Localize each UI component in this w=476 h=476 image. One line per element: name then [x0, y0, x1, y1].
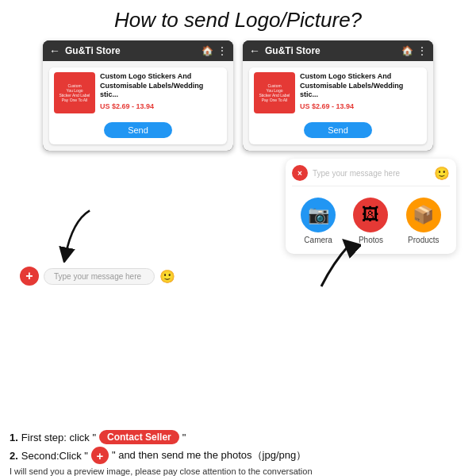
store-title-2: Gu&Ti Store — [265, 45, 397, 56]
step-2: 2. Second:Click " + " and then send me t… — [10, 447, 466, 464]
send-btn-area-2: Send — [249, 118, 427, 144]
steps-section: 1. First step: click " Contact Seller " … — [0, 430, 476, 476]
step-2-text-after: " and then send me the photos（jpg/png） — [112, 448, 306, 463]
emoji-icon-left: 🙂 — [159, 269, 175, 284]
product-info-2: Custom Logo Stickers And Customisable La… — [300, 72, 422, 113]
back-icon-1: ← — [49, 44, 60, 57]
home-icon-2: 🏠 — [401, 45, 413, 56]
step-2-num: 2. — [10, 450, 18, 462]
photos-circle[interactable]: 🖼 — [353, 198, 388, 232]
step-1-num: 1. — [10, 432, 18, 443]
photos-label: Photos — [359, 236, 383, 244]
send-button-1[interactable]: Send — [104, 122, 172, 138]
more-icon-1: ⋮ — [217, 45, 227, 56]
phones-row: ← Gu&Ti Store 🏠 ⋮ CustomYou LogoSticker … — [12, 40, 464, 151]
page-title: How to send Logo/Picture? — [12, 8, 464, 33]
thumb-label-1: CustomYou LogoSticker And LabelPay One T… — [60, 83, 90, 102]
product-card-inner-1: CustomYou LogoSticker And LabelPay One T… — [49, 67, 227, 118]
product-card-2: CustomYou LogoSticker And LabelPay One T… — [249, 67, 427, 144]
home-icon-1: 🏠 — [202, 45, 213, 56]
product-thumb-2: CustomYou LogoSticker And LabelPay One T… — [254, 72, 295, 113]
left-chat-bar: + Type your message here 🙂 — [20, 267, 175, 286]
camera-circle[interactable]: 📷 — [301, 198, 336, 232]
product-card-inner-2: CustomYou LogoSticker And LabelPay One T… — [249, 67, 427, 118]
send-btn-area-1: Send — [49, 118, 227, 144]
phone-mockup-1: ← Gu&Ti Store 🏠 ⋮ CustomYou LogoSticker … — [43, 40, 233, 151]
page: How to send Logo/Picture? ← Gu&Ti Store … — [0, 0, 476, 476]
step-1: 1. First step: click " Contact Seller " — [10, 430, 466, 444]
thumb-label-2: CustomYou LogoSticker And LabelPay One T… — [259, 83, 290, 102]
arrow-left — [56, 207, 103, 266]
plus-button-left[interactable]: + — [20, 267, 39, 286]
product-price-2: US $2.69 - 13.94 — [300, 102, 422, 110]
step-1-text-before: First step: click " — [21, 432, 96, 443]
store-title-1: Gu&Ti Store — [65, 45, 197, 56]
action-item-products: 📦 Products — [406, 198, 441, 244]
product-card-1: CustomYou LogoSticker And LabelPay One T… — [49, 67, 227, 144]
back-icon-2: ← — [249, 44, 260, 57]
action-item-camera: 📷 Camera — [301, 198, 336, 244]
phone-header-1: ← Gu&Ti Store 🏠 ⋮ — [43, 40, 233, 61]
close-icon[interactable]: × — [292, 165, 308, 181]
product-price-1: US $2.69 - 13.94 — [100, 102, 222, 110]
action-item-photos: 🖼 Photos — [353, 198, 388, 244]
step-note: I will send you a preview image, please … — [10, 466, 466, 476]
send-button-2[interactable]: Send — [304, 122, 372, 138]
phone-body-2: CustomYou LogoSticker And LabelPay One T… — [243, 61, 433, 151]
product-info-1: Custom Logo Stickers And Customisable La… — [100, 72, 222, 113]
products-circle[interactable]: 📦 — [406, 198, 441, 232]
product-name-2: Custom Logo Stickers And Customisable La… — [300, 72, 422, 100]
right-panel: × Type your message here 🙂 📷 Camera 🖼 Ph… — [286, 159, 456, 254]
product-thumb-1: CustomYou LogoSticker And LabelPay One T… — [54, 72, 95, 113]
contact-seller-badge[interactable]: Contact Seller — [99, 430, 179, 444]
phone-body-1: CustomYou LogoSticker And LabelPay One T… — [43, 61, 233, 151]
step-2-text-before: Second:Click " — [21, 450, 88, 462]
product-name-1: Custom Logo Stickers And Customisable La… — [100, 72, 222, 100]
phone-mockup-2: ← Gu&Ti Store 🏠 ⋮ CustomYou LogoSticker … — [243, 40, 433, 151]
plus-icon-inline: + — [91, 447, 109, 464]
chat-input-left[interactable]: Type your message here — [44, 268, 155, 285]
phone-header-2: ← Gu&Ti Store 🏠 ⋮ — [243, 40, 433, 61]
arrow-right — [313, 239, 361, 294]
step-1-text-after: " — [182, 432, 186, 443]
bottom-section: + Type your message here 🙂 × Type your m… — [12, 159, 464, 309]
right-panel-top: × Type your message here 🙂 — [292, 165, 450, 186]
header-icons-2: 🏠 ⋮ — [401, 45, 427, 56]
emoji-icon-right: 🙂 — [434, 166, 450, 181]
products-label: Products — [408, 236, 439, 244]
right-panel-placeholder: Type your message here — [313, 169, 429, 178]
header-icons-1: 🏠 ⋮ — [202, 45, 227, 56]
more-icon-2: ⋮ — [417, 45, 427, 56]
